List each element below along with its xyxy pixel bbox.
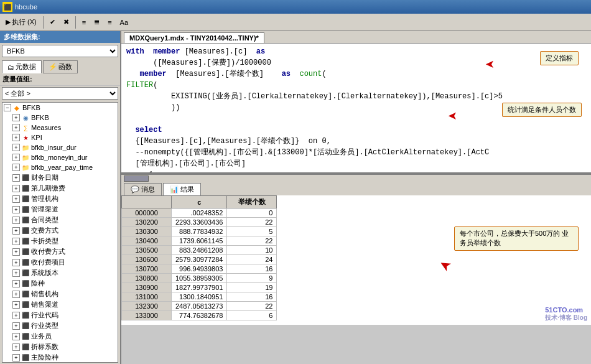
main-container: 多维数据集: BFKB 🗂 元数据 ⚡ 函数 度量值组: < 全部 > <box>0 31 591 364</box>
cell-id: 130600 <box>122 255 172 264</box>
expand-icon[interactable]: + <box>12 291 20 298</box>
hscroll-thumb[interactable] <box>124 175 149 182</box>
tree-item-label: bfkb_year_pay_time <box>31 164 93 171</box>
check-button[interactable]: ✔ <box>47 17 58 27</box>
item-type-icon: ⬛ <box>21 353 30 362</box>
tab-function[interactable]: ⚡ 函数 <box>43 60 78 73</box>
item-type-icon: ∑ <box>21 123 30 132</box>
tree-item[interactable]: + ⬛ 销售渠道 <box>11 299 118 310</box>
align-right-button[interactable]: ≡ <box>105 17 114 27</box>
tab-message[interactable]: 💬 消息 <box>124 183 162 195</box>
item-type-icon: ◉ <box>21 113 30 122</box>
expand-icon[interactable]: + <box>12 322 20 330</box>
item-type-icon: ⬛ <box>21 343 30 352</box>
dim-group-header: 度量值组: <box>0 73 120 86</box>
table-row: 1310001300.184095116 <box>122 292 277 302</box>
font-button[interactable]: Aa <box>117 17 131 27</box>
editor-hscrollbar[interactable] <box>121 174 591 182</box>
cell-id: 130300 <box>122 227 172 236</box>
expand-icon[interactable]: + <box>12 312 20 319</box>
item-type-icon: ⬛ <box>21 237 30 246</box>
tree-item[interactable]: + ★ KPI <box>11 133 118 142</box>
tree-root[interactable]: − ◆ BFKB <box>2 103 118 113</box>
item-type-icon: 📁 <box>21 143 30 152</box>
expand-icon[interactable]: + <box>12 217 20 224</box>
tree-item[interactable]: + ⬛ 交费方式 <box>11 225 118 236</box>
align-center-button[interactable]: ≣ <box>91 17 103 27</box>
metadata-icon: 🗂 <box>7 63 14 71</box>
toolbar: ▶ 执行 (X) ✔ ✖ ≡ ≣ ≡ Aa <box>0 14 591 31</box>
dim-filter-select[interactable]: < 全部 > <box>2 87 118 100</box>
tree-item-label: 收付费项目 <box>31 258 65 267</box>
cube-selector[interactable]: BFKB <box>2 45 118 57</box>
tree-item[interactable]: + ⬛ 管理渠道 <box>11 204 118 215</box>
annotation-define: 定义指标 <box>540 51 579 65</box>
tree-item[interactable]: + ⬛ 财务日期 <box>11 172 118 183</box>
expand-icon[interactable]: + <box>12 206 20 213</box>
cube-icon: ◆ <box>12 103 21 112</box>
tree-item[interactable]: + ⬛ 卡折类型 <box>11 236 118 246</box>
expand-icon[interactable]: + <box>12 134 20 141</box>
item-type-icon: ⬛ <box>21 279 30 288</box>
tree-item-label: 销售机构 <box>31 289 58 299</box>
tree-item-label: 收付费方式 <box>31 247 65 256</box>
expand-icon[interactable]: + <box>12 333 20 340</box>
expand-icon[interactable]: + <box>12 164 20 171</box>
tree-item[interactable]: + ⬛ 管理机构 <box>11 194 118 204</box>
tree-item-label: bfkb_insur_dur <box>31 144 77 151</box>
results-icon: 📊 <box>170 185 179 194</box>
expand-icon[interactable]: + <box>12 343 20 351</box>
app-icon: ⬛ <box>2 2 12 12</box>
tree-item[interactable]: + ⬛ 险种 <box>11 278 118 289</box>
tree-item-label: 行业代码 <box>31 310 58 320</box>
tree-item[interactable]: + 📁 bfkb_year_pay_time <box>11 162 118 172</box>
expand-icon[interactable]: + <box>12 144 20 151</box>
tree-item[interactable]: + ⬛ 第几期缴费 <box>11 183 118 194</box>
cancel-button[interactable]: ✖ <box>60 17 72 27</box>
tree-item-label: 合同类型 <box>31 215 58 225</box>
tree-item[interactable]: + ⬛ 收付费方式 <box>11 246 118 257</box>
table-row: 1304001739.606114522 <box>122 236 277 246</box>
expand-icon[interactable]: + <box>12 301 20 309</box>
tree-item[interactable]: + ⬛ 行业类型 <box>11 320 118 331</box>
item-type-icon: ⬛ <box>21 195 30 203</box>
expand-icon[interactable]: + <box>12 185 20 192</box>
expand-icon[interactable]: + <box>12 259 20 266</box>
tab-results[interactable]: 📊 结果 <box>163 183 201 195</box>
cell-id: 130400 <box>122 236 172 246</box>
expand-icon[interactable]: + <box>12 114 20 121</box>
expand-icon[interactable]: + <box>12 154 20 161</box>
expand-icon[interactable]: + <box>12 238 20 245</box>
tree-item[interactable]: + ⬛ 销售机构 <box>11 289 118 299</box>
tree-item[interactable]: + ⬛ 行业代码 <box>11 310 118 320</box>
expand-icon[interactable]: + <box>12 227 20 235</box>
tree-item[interactable]: + ⬛ 合同类型 <box>11 215 118 225</box>
expand-icon[interactable]: + <box>12 124 20 131</box>
expand-icon[interactable]: + <box>12 248 20 256</box>
expand-icon[interactable]: + <box>12 195 20 203</box>
item-type-icon: ⬛ <box>21 184 30 193</box>
doc-tab-mdx[interactable]: MDXQuery1.mdx - TINY2014042...TINY)* <box>124 32 264 43</box>
tree-item[interactable]: + ⬛ 收付费项目 <box>11 257 118 268</box>
table-row: 1309001827.9973790119 <box>122 283 277 292</box>
expand-icon[interactable]: − <box>4 104 11 111</box>
execute-button[interactable]: ▶ 执行 (X) <box>2 16 40 28</box>
align-left-button[interactable]: ≡ <box>79 17 89 27</box>
arrow-result: ➤ <box>437 256 455 276</box>
tree-item[interactable]: + ⬛ 主险险种 <box>11 352 118 363</box>
expand-icon[interactable]: + <box>12 269 20 277</box>
tab-metadata[interactable]: 🗂 元数据 <box>2 60 42 73</box>
tree-item[interactable]: + ∑ Measures <box>11 123 118 133</box>
mdx-editor[interactable]: with member [Measures].[c] as ([Measures… <box>121 44 591 174</box>
expand-icon[interactable]: + <box>12 174 20 182</box>
item-type-icon: ⬛ <box>21 322 30 330</box>
tree-item[interactable]: + ◉ BFKB <box>11 113 118 123</box>
expand-icon[interactable]: + <box>12 280 20 287</box>
tree-item[interactable]: + ⬛ 业务员 <box>11 331 118 342</box>
tree-item[interactable]: + ⬛ 折标系数 <box>11 342 118 352</box>
expand-icon[interactable]: + <box>12 354 20 362</box>
tree-item[interactable]: + 📁 bfkb_moneyin_dur <box>11 152 118 162</box>
tree-item[interactable]: + ⬛ 系统版本 <box>11 268 118 278</box>
tree-item[interactable]: + 📁 bfkb_insur_dur <box>11 142 118 152</box>
tree-item-label: 卡折类型 <box>31 236 58 246</box>
